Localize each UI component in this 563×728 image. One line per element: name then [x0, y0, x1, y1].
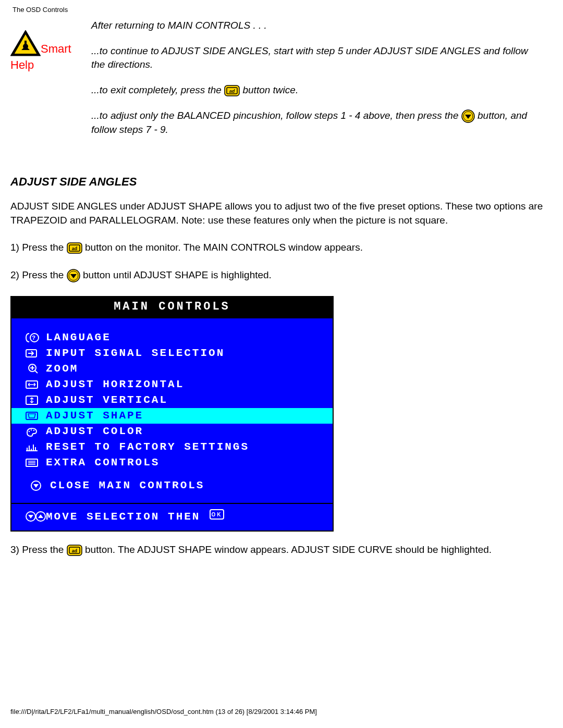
ok-button-icon: ad: [224, 85, 240, 96]
osd-item-extra-controls: EXTRA CONTROLS: [11, 455, 333, 471]
adjust-shape-icon: [25, 410, 46, 422]
smart-label: Smart: [41, 42, 71, 55]
adjust-horizontal-icon: [25, 379, 46, 390]
step-2: 2) Press the button until ADJUST SHAPE i…: [10, 268, 553, 282]
reset-icon: [25, 441, 46, 453]
adjust-color-icon: [25, 426, 46, 437]
help-label: Help: [10, 58, 34, 71]
osd-item-adjust-color: ADJUST COLOR: [11, 424, 333, 439]
smart-help-line1: After returning to MAIN CONTROLS . . .: [91, 19, 532, 33]
osd-screen: MAIN CONTROLS ? LANGUAGE INPUT SIGNAL SE…: [10, 296, 334, 532]
svg-marker-40: [38, 514, 43, 518]
smart-help-line4: ...to adjust only the BALANCED pincushio…: [91, 109, 532, 137]
svg-marker-36: [33, 484, 39, 488]
svg-text:ad: ad: [71, 246, 77, 251]
zoom-icon: [25, 363, 46, 375]
osd-item-input-signal: INPUT SIGNAL SELECTION: [11, 346, 333, 361]
smart-help-line3: ...to exit completely, press the ad butt…: [91, 83, 532, 97]
ok-button-icon: ad: [67, 545, 82, 556]
section-title: ADJUST SIDE ANGLES: [10, 174, 553, 190]
down-button-icon: [67, 269, 80, 282]
osd-item-close: CLOSE MAIN CONTROLS: [11, 478, 333, 493]
svg-rect-26: [26, 412, 38, 419]
svg-point-29: [33, 429, 34, 430]
extra-controls-icon: [25, 457, 46, 468]
down-button-icon: [461, 109, 475, 123]
svg-text:OK: OK: [212, 512, 223, 517]
page-header: The OSD Controls: [0, 0, 563, 15]
svg-line-23: [35, 371, 38, 373]
osd-item-reset: RESET TO FACTORY SETTINGS: [11, 439, 333, 455]
osd-item-adjust-horizontal: ADJUST HORIZONTAL: [11, 377, 333, 392]
ok-small-icon: OK: [210, 509, 224, 524]
osd-item-adjust-shape: ADJUST SHAPE: [11, 408, 333, 424]
smart-help-line2: ...to continue to ADJUST SIDE ANGLES, st…: [91, 44, 532, 72]
warning-icon: [10, 30, 41, 57]
osd-item-adjust-vertical: ADJUST VERTICAL: [11, 392, 333, 408]
language-icon: ?: [25, 332, 46, 343]
osd-title: MAIN CONTROLS: [11, 297, 333, 318]
svg-text:ad: ad: [71, 548, 77, 553]
svg-text:?: ?: [32, 335, 37, 341]
osd-item-language: ? LANGUAGE: [11, 330, 333, 346]
osd-footer: MOVE SELECTION THEN OK: [11, 503, 333, 530]
footer-path: file:///D|/rita/LF2/LF2/LFa1/multi_manua…: [10, 707, 317, 717]
svg-marker-38: [28, 515, 33, 519]
step-1: 1) Press the ad button on the monitor. T…: [10, 241, 553, 255]
ok-button-icon: ad: [67, 242, 82, 254]
svg-rect-3: [25, 41, 27, 45]
adjust-vertical-icon: [25, 394, 46, 406]
svg-point-28: [31, 429, 32, 430]
step-3: 3) Press the ad button. The ADJUST SHAPE…: [10, 543, 553, 557]
up-down-icon: [25, 511, 46, 522]
input-signal-icon: [25, 348, 46, 359]
svg-text:ad: ad: [229, 89, 235, 94]
close-icon: [29, 480, 50, 491]
osd-item-zoom: ZOOM: [11, 361, 333, 377]
intro-text: ADJUST SIDE ANGLES under ADJUST SHAPE al…: [10, 200, 553, 227]
svg-point-27: [29, 430, 30, 431]
smart-help-block: Smart Help After returning to MAIN CONTR…: [10, 15, 553, 148]
